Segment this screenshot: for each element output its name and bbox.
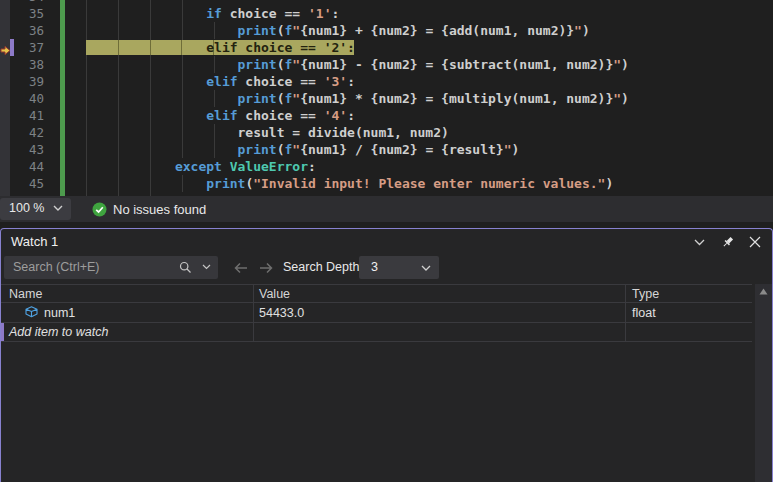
- line-number: 43: [0, 141, 44, 158]
- search-options-chevron-icon[interactable]: [202, 264, 211, 270]
- column-header-name[interactable]: Name: [1, 285, 254, 302]
- scroll-up-arrow-icon[interactable]: [759, 288, 768, 295]
- chevron-down-icon: [53, 205, 63, 212]
- vertical-scrollbar[interactable]: [755, 284, 772, 482]
- issues-indicator[interactable]: No issues found: [92, 200, 206, 218]
- zoom-level: 100 %: [9, 201, 44, 215]
- issues-message: No issues found: [113, 202, 206, 217]
- window-menu-button[interactable]: [690, 233, 708, 251]
- search-forward-button[interactable]: [257, 260, 275, 276]
- code-line[interactable]: 41 elif choice == '4':: [0, 107, 773, 124]
- code-line[interactable]: 42 result = divide(num1, num2): [0, 124, 773, 141]
- code-line[interactable]: 38 print(f"{num1} - {num2} = {subtract(n…: [0, 56, 773, 73]
- chevron-down-icon: [694, 239, 705, 246]
- watch-row[interactable]: num154433.0float: [1, 303, 752, 323]
- variable-icon: [25, 306, 44, 320]
- code-text: if choice == '1':: [81, 5, 339, 22]
- close-button[interactable]: [746, 233, 764, 251]
- code-text: result = divide(num1, num2): [81, 124, 449, 141]
- debugger-window: 3435 if choice == '1':36 print(f"{num1} …: [0, 0, 773, 482]
- code-lines: 3435 if choice == '1':36 print(f"{num1} …: [0, 0, 773, 192]
- watch-title-bar: Watch 1: [1, 229, 772, 254]
- code-line[interactable]: 45 print("Invalid input! Please enter nu…: [0, 175, 773, 192]
- column-header-type[interactable]: Type: [626, 285, 752, 302]
- code-line[interactable]: 43 print(f"{num1} / {num2} = {result}"): [0, 141, 773, 158]
- table-header-row: Name Value Type: [1, 284, 752, 303]
- column-header-value[interactable]: Value: [254, 285, 626, 302]
- search-depth-dropdown[interactable]: 3: [359, 256, 439, 279]
- watch-rows: num154433.0float: [1, 303, 772, 323]
- code-editor[interactable]: 3435 if choice == '1':36 print(f"{num1} …: [0, 0, 773, 196]
- watch-value-cell[interactable]: 54433.0: [254, 303, 626, 322]
- watch-name-cell[interactable]: num1: [1, 303, 254, 322]
- add-watch-row[interactable]: Add item to watch: [1, 323, 752, 342]
- pin-icon: [720, 235, 735, 250]
- code-text: except ValueError:: [81, 158, 316, 175]
- code-line[interactable]: 44 except ValueError:: [0, 158, 773, 175]
- code-line[interactable]: 40 print(f"{num1} * {num2} = {multiply(n…: [0, 90, 773, 107]
- line-number: 36: [0, 22, 44, 39]
- code-line[interactable]: 37 elif choice == '2':: [0, 39, 773, 56]
- code-text: print(f"{num1} / {num2} = {result}"): [81, 141, 519, 158]
- line-number: 44: [0, 158, 44, 175]
- line-number: 40: [0, 90, 44, 107]
- pin-button[interactable]: [718, 233, 736, 251]
- search-placeholder: Search (Ctrl+E): [13, 260, 99, 274]
- current-statement-arrow-icon[interactable]: [0, 42, 11, 60]
- search-icon: [179, 261, 192, 274]
- code-text: print(f"{num1} * {num2} = {multiply(num1…: [81, 90, 629, 107]
- code-text: print(f"{num1} - {num2} = {subtract(num1…: [81, 56, 629, 73]
- add-item-label: Add item to watch: [9, 325, 108, 339]
- line-number: 42: [0, 124, 44, 141]
- chevron-down-icon: [421, 265, 431, 272]
- line-number: 35: [0, 5, 44, 22]
- search-depth-label: Search Depth:: [283, 260, 363, 274]
- code-line[interactable]: 35 if choice == '1':: [0, 5, 773, 22]
- code-line[interactable]: 36 print(f"{num1} + {num2} = {add(num1, …: [0, 22, 773, 39]
- code-text: print("Invalid input! Please enter numer…: [81, 175, 613, 192]
- search-input[interactable]: Search (Ctrl+E): [4, 256, 218, 279]
- search-depth-value: 3: [371, 260, 378, 274]
- close-icon: [749, 236, 761, 248]
- zoom-dropdown[interactable]: 100 %: [0, 198, 71, 220]
- code-text: elif choice == '2':: [81, 39, 355, 56]
- line-number: 41: [0, 107, 44, 124]
- code-line[interactable]: 39 elif choice == '3':: [0, 73, 773, 90]
- line-number: 45: [0, 175, 44, 192]
- watch-toolbar: Search (Ctrl+E) Search Depth: 3: [1, 254, 772, 284]
- watch-table: Name Value Type num154433.0float Add ite…: [1, 284, 772, 342]
- code-text: print(f"{num1} + {num2} = {add(num1, num…: [81, 22, 590, 39]
- watch-panel: Watch 1: [0, 228, 773, 482]
- line-number: 39: [0, 73, 44, 90]
- watch-type-cell: float: [626, 303, 752, 322]
- search-back-button[interactable]: [232, 260, 250, 276]
- editor-status-bar: 100 % No issues found: [0, 196, 773, 222]
- check-circle-icon: [92, 202, 107, 217]
- code-text: elif choice == '3':: [81, 73, 355, 90]
- code-text: elif choice == '4':: [81, 107, 355, 124]
- watch-title: Watch 1: [11, 234, 58, 249]
